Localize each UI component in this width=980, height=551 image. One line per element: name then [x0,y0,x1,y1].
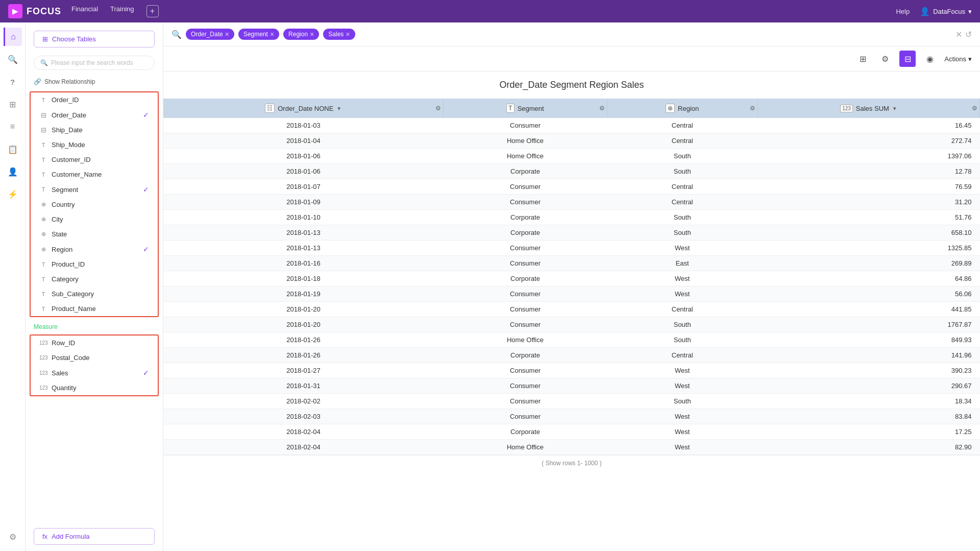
type-icon-segment: T [39,186,47,193]
field-city[interactable]: ⊕ City [31,212,158,227]
sidebar-home-icon[interactable]: ⌂ [4,28,22,46]
field-customer-name[interactable]: T Customer_Name [31,167,158,182]
type-icon-product-id: T [39,261,47,268]
field-quantity[interactable]: 123 Quantity [31,380,158,395]
tag-order-date-close[interactable]: × [225,31,229,38]
cell-13-1: Consumer [444,317,607,332]
type-icon-order-date: ⊟ [39,111,47,119]
table-row: 2018-01-19ConsumerWest56.06 [163,286,980,302]
tag-order-date[interactable]: Order_Date × [186,29,234,40]
cell-1-0: 2018-01-04 [163,133,444,149]
table-row: 2018-02-04CorporateWest17.25 [163,424,980,440]
nav-financial[interactable]: Financial [71,5,98,17]
sidebar-grid-icon[interactable]: ⊞ [4,95,22,113]
tag-region[interactable]: Region × [283,29,319,40]
field-customer-id[interactable]: T Customer_ID [31,152,158,167]
table-area: Order_Date Segment Region Sales ☷ Order_… [163,71,980,551]
actions-label: Actions [944,55,966,63]
toolbar-settings-icon[interactable]: ⚙ [877,51,893,67]
table-row: 2018-01-06Home OfficeSouth1397.06 [163,149,980,164]
tag-region-close[interactable]: × [310,31,314,38]
clear-search-button[interactable]: ✕ [955,30,962,39]
table-footer: ( Show rows 1- 1000 ) [163,455,980,471]
search-area-icon[interactable]: 🔍 [172,30,182,39]
field-order-date[interactable]: ⊟ Order_Date ✓ [31,107,158,123]
cell-19-1: Consumer [444,409,607,424]
sidebar-layers-icon[interactable]: ≡ [4,117,22,136]
search-placeholder: Please input the search words [51,59,133,66]
field-name-customer-name: Customer_Name [52,171,149,178]
field-name-ship-date: Ship_Date [52,126,149,134]
col-segment[interactable]: T Segment ⚙ [444,99,607,118]
type-icon-customer-name: T [39,172,47,178]
cell-2-1: Home Office [444,149,607,164]
col-sales[interactable]: 123 Sales SUM ▼ ⚙ [757,99,979,118]
cell-0-3: 16.45 [757,118,979,133]
field-product-name[interactable]: T Product_Name [31,301,158,316]
field-ship-date[interactable]: ⊟ Ship_Date [31,123,158,137]
cell-20-3: 17.25 [757,424,979,440]
col-settings-sales[interactable]: ⚙ [972,105,977,112]
cell-16-3: 390.23 [757,363,979,378]
field-postal-code[interactable]: 123 Postal_Code [31,350,158,365]
cell-5-1: Consumer [444,195,607,210]
sidebar-settings-icon[interactable]: ⚙ [4,528,22,546]
tag-sales-close[interactable]: × [346,31,350,38]
cell-13-0: 2018-01-20 [163,317,444,332]
tag-segment-close[interactable]: × [270,31,274,38]
field-sales[interactable]: 123 Sales ✓ [31,365,158,380]
field-category[interactable]: T Category [31,272,158,286]
logo-icon: ▶ [8,4,22,18]
cell-9-0: 2018-01-16 [163,256,444,271]
actions-dropdown[interactable]: Actions ▾ [944,55,972,63]
col-settings-region[interactable]: ⚙ [750,105,755,112]
field-sub-category[interactable]: T Sub_Category [31,286,158,301]
sidebar-document-icon[interactable]: 📋 [4,140,22,158]
field-ship-mode[interactable]: T Ship_Mode [31,137,158,152]
col-order-date[interactable]: ☷ Order_Date NONE ▼ ⚙ [163,99,444,118]
col-settings-segment[interactable]: ⚙ [599,105,605,112]
col-region[interactable]: ⊕ Region ⚙ [607,99,757,118]
refresh-search-button[interactable]: ↺ [965,30,972,39]
field-row-id[interactable]: 123 Row_ID [31,336,158,350]
show-relationship-toggle[interactable]: 🔗 Show Relationship [26,76,163,89]
sidebar-search-icon[interactable]: 🔍 [4,50,22,68]
toolbar-grid-active-icon[interactable]: ⊟ [899,51,916,67]
cell-15-2: Central [607,348,757,363]
toolbar: ⊞ ⚙ ⊟ ◉ Actions ▾ [163,46,980,71]
sidebar-user-icon[interactable]: 👤 [4,162,22,181]
help-link[interactable]: Help [896,8,910,15]
table-row: 2018-01-09ConsumerCentral31.20 [163,195,980,210]
sort-icon-sales[interactable]: ▼ [892,106,897,111]
nav-training[interactable]: Training [110,5,134,17]
sort-icon-order-date[interactable]: ▼ [336,106,341,111]
field-product-id[interactable]: T Product_ID [31,257,158,272]
add-nav-button[interactable]: + [146,5,159,17]
field-segment[interactable]: T Segment ✓ [31,182,158,197]
cell-7-1: Corporate [444,225,607,241]
choose-tables-button[interactable]: ⊞ Choose Tables [34,31,155,47]
field-name-city: City [52,215,149,223]
sidebar-lightning-icon[interactable]: ⚡ [4,185,22,203]
table-row: 2018-01-06CorporateSouth12.78 [163,164,980,179]
toolbar-chart-icon[interactable]: ◉ [922,51,938,67]
cell-14-1: Home Office [444,332,607,348]
field-search-box[interactable]: 🔍 Please input the search words [34,56,155,70]
tag-sales[interactable]: Sales × [323,29,355,40]
type-icon-country: ⊕ [39,201,47,208]
add-formula-button[interactable]: fx Add Formula [34,528,155,545]
table-header-row: ☷ Order_Date NONE ▼ ⚙ T Segment ⚙ [163,99,980,118]
col-settings-order-date[interactable]: ⚙ [435,105,441,112]
cell-18-3: 18.34 [757,394,979,409]
field-country[interactable]: ⊕ Country [31,197,158,212]
toolbar-table-icon[interactable]: ⊞ [854,51,871,67]
field-region[interactable]: ⊕ Region ✓ [31,242,158,257]
field-state[interactable]: ⊕ State [31,227,158,242]
user-button[interactable]: 👤 DataFocus ▾ [920,7,972,16]
field-order-id[interactable]: T Order_ID [31,92,158,107]
cell-7-0: 2018-01-13 [163,225,444,241]
sidebar-question-icon[interactable]: ? [4,73,22,91]
tag-segment[interactable]: Segment × [238,29,279,40]
cell-3-1: Corporate [444,164,607,179]
check-region: ✓ [143,245,149,253]
